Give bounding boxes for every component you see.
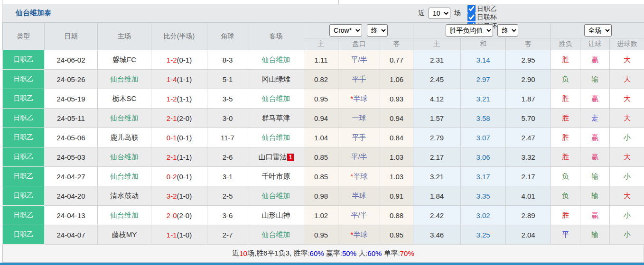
- summary-segment: 近: [232, 249, 239, 258]
- avg-away-value: 2.90: [506, 70, 551, 89]
- home-team: 磐城FC: [98, 50, 151, 70]
- result-goals: 大: [610, 109, 644, 128]
- match-date: 24-04-13: [45, 206, 98, 225]
- result-outcome: 负: [551, 167, 580, 186]
- corners-cell: 3-6: [207, 206, 248, 225]
- score-cell: 1-4(1-1): [151, 70, 207, 89]
- away-team: 千叶市原: [248, 167, 304, 186]
- summary-footer: 近10场,胜6平1负3, 胜率:60% 赢率:50% 大:60% 单率:70%: [2, 245, 644, 263]
- handicap-line: 平/半: [338, 50, 380, 70]
- result-handicap: 赢: [580, 50, 610, 70]
- home-team: 仙台维加: [98, 206, 151, 225]
- result-goals: 大: [610, 147, 644, 167]
- col-away: 客场: [248, 23, 304, 50]
- halftime-score: (1-1): [177, 75, 192, 83]
- avg-draw-value: 3.02: [461, 206, 506, 225]
- league-filter-checkbox[interactable]: [467, 13, 476, 21]
- away-team: 仙台维加: [248, 225, 304, 245]
- odds-home-value: 0.98: [304, 186, 338, 206]
- summary-segment: 60%: [367, 249, 382, 257]
- handicap-line: 平手: [338, 70, 380, 89]
- match-date: 24-04-20: [45, 186, 98, 206]
- result-goals: 大: [610, 89, 644, 109]
- result-handicap: 输: [580, 167, 610, 186]
- table-row: 日职乙 24-05-03 仙台维加 2-1(1-1) 2-6 山口雷法1 0.8…: [3, 147, 644, 167]
- handicap-line: 半球: [338, 186, 380, 206]
- halftime-score: (2-0): [177, 114, 192, 122]
- corners-cell: 8-3: [207, 50, 248, 70]
- avg-draw-value: 3.21: [461, 89, 506, 109]
- result-handicap: 输: [580, 225, 610, 245]
- away-team: 仙台维加: [248, 50, 304, 70]
- avg-stage-select[interactable]: 终: [497, 24, 518, 37]
- odds-away-value: 1.03: [380, 147, 413, 167]
- team-title: 仙台维加泰: [16, 9, 51, 18]
- away-team: 群马草津: [248, 109, 304, 128]
- match-count-select[interactable]: 10: [429, 8, 450, 19]
- table-row: 日职乙 24-05-19 栃木SC 1-2(1-1) 3-5 仙台维加 0.95…: [3, 89, 644, 109]
- title-bar: 仙台维加泰 近 10 场 同客日职乙日联杯日皇杯: [2, 4, 644, 22]
- odds-away-value: 1.06: [380, 70, 413, 89]
- result-goals: 大: [610, 186, 644, 206]
- result-handicap: 赢: [580, 147, 610, 167]
- handicap-line: 一球: [338, 109, 380, 128]
- home-team: 仙台维加: [98, 109, 151, 128]
- odds-away-value: 0.77: [380, 50, 413, 70]
- col-odds-home: 主: [304, 38, 338, 50]
- bottom-scrollbar[interactable]: [0, 263, 644, 265]
- result-handicap: 输: [580, 186, 610, 206]
- league-filter-2[interactable]: 日联杯: [463, 13, 497, 22]
- odds-company-select[interactable]: Crow*: [329, 24, 362, 37]
- col-corners: 角球: [207, 23, 248, 50]
- result-goals: 小: [610, 225, 644, 245]
- summary-segment: 70%: [400, 249, 414, 257]
- table-row: 日职乙 24-05-26 仙台维加 1-4(1-1) 5-1 冈山绿雉 0.82…: [3, 70, 644, 89]
- halftime-score: (1-1): [177, 153, 192, 161]
- halftime-score: (2-0): [177, 211, 192, 219]
- avg-draw-value: 3.25: [461, 225, 506, 245]
- scope-select[interactable]: 全场: [584, 24, 612, 37]
- summary-segment: 场,胜6平1负3, 胜率:: [247, 249, 310, 258]
- score-cell: 1-2(0-1): [151, 50, 207, 70]
- result-outcome: 胜: [551, 206, 580, 225]
- summary-segment: 10: [239, 249, 247, 257]
- score-cell: 1-2(1-1): [151, 89, 207, 109]
- halftime-score: (0-1): [177, 134, 192, 142]
- league-filter-1[interactable]: 日职乙: [463, 5, 497, 13]
- fulltime-score: 1-2: [167, 95, 177, 103]
- col-home: 主场: [98, 23, 151, 50]
- league-type-cell: 日职乙: [3, 50, 45, 70]
- league-type-cell: 日职乙: [3, 70, 45, 89]
- league-filter-checkbox[interactable]: [467, 5, 476, 13]
- top-divider: [338, 0, 339, 4]
- result-goals: 小: [610, 128, 644, 147]
- col-score: 比分(半场): [151, 23, 207, 50]
- avg-draw-value: 3.58: [461, 109, 506, 128]
- handicap-line: *半球: [338, 167, 380, 186]
- stats-panel: 仙台维加泰 近 10 场 同客日职乙日联杯日皇杯 类型 日期 主场 比分(半场)…: [2, 4, 644, 263]
- halftime-score: (0-1): [177, 173, 192, 181]
- league-type-cell: 日职乙: [3, 186, 45, 206]
- match-date: 24-04-07: [45, 225, 98, 245]
- match-date: 24-06-02: [45, 50, 98, 70]
- odds-selects-cell: Crow* 终: [304, 23, 413, 38]
- avg-draw-value: 3.06: [461, 147, 506, 167]
- avg-home-value: 2.45: [413, 70, 461, 89]
- away-team: 仙台维加: [248, 128, 304, 147]
- avg-home-value: 2.31: [413, 50, 461, 70]
- league-filter-label: 日职乙: [477, 5, 497, 13]
- match-date: 24-05-06: [45, 128, 98, 147]
- odds-stage-select[interactable]: 终: [367, 24, 388, 37]
- match-date: 24-05-19: [45, 89, 98, 109]
- fulltime-score: 2-1: [167, 114, 177, 122]
- table-row: 日职乙 24-04-20 清水鼓动 3-2(1-0) 2-5 仙台维加 0.98…: [3, 186, 644, 206]
- avg-type-select[interactable]: 胜平负均值: [446, 24, 493, 37]
- corners-cell: 3-5: [207, 89, 248, 109]
- fulltime-score: 3-2: [167, 192, 177, 200]
- score-cell: 1-1(1-0): [151, 225, 207, 245]
- handicap-line: *半球: [338, 89, 380, 109]
- summary-segment: 50%: [342, 249, 356, 257]
- odds-home-value: 0.95: [304, 225, 338, 245]
- table-row: 日职乙 24-04-07 藤枝MY 1-1(1-0) 2-7 仙台维加 0.95…: [3, 225, 644, 245]
- fulltime-score: 2-0: [167, 211, 177, 219]
